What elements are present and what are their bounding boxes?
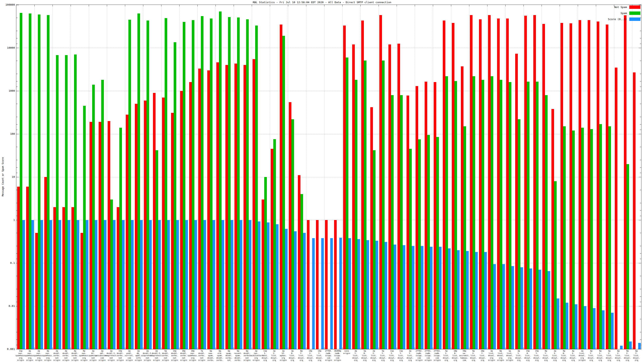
bar-spam bbox=[56, 55, 58, 349]
bar-not-spam bbox=[633, 72, 636, 349]
bar-score-0-1- bbox=[403, 245, 405, 349]
bar-not-spam bbox=[615, 67, 618, 349]
axis-minor-tick bbox=[640, 31, 641, 31]
bar-spam bbox=[472, 76, 475, 349]
bar-not-spam bbox=[361, 20, 364, 349]
y-tick-label: 10000 bbox=[0, 46, 15, 49]
bar-spam bbox=[355, 80, 358, 349]
axis-tick bbox=[16, 5, 19, 5]
bar-spam bbox=[110, 200, 113, 349]
bar-score-0-1- bbox=[421, 246, 424, 349]
bar-not-spam bbox=[298, 175, 300, 349]
bar-spam bbox=[128, 20, 131, 349]
bar-score-0-1- bbox=[140, 220, 143, 349]
bar-not-spam bbox=[524, 16, 527, 349]
bar-score-0-1- bbox=[68, 220, 70, 349]
bar-score-0-1- bbox=[122, 220, 124, 349]
gridline-vertical bbox=[52, 5, 53, 349]
gridline-vertical bbox=[578, 5, 578, 349]
gridline-vertical bbox=[560, 5, 560, 349]
bar-score-0-1- bbox=[575, 304, 578, 349]
axis-minor-tick bbox=[16, 117, 18, 117]
bar-not-spam bbox=[334, 220, 337, 349]
bar-spam bbox=[92, 85, 95, 349]
bar-spam bbox=[164, 18, 167, 349]
gridline-vertical bbox=[451, 5, 451, 349]
axis-tick bbox=[107, 5, 107, 6]
axis-minor-tick bbox=[16, 87, 18, 87]
bar-score-0-1- bbox=[376, 241, 378, 349]
bar-spam bbox=[156, 150, 158, 349]
axis-minor-tick bbox=[16, 38, 18, 38]
bar-spam bbox=[509, 82, 512, 349]
axis-minor-tick bbox=[640, 130, 641, 130]
axis-minor-tick bbox=[640, 38, 641, 38]
bar-spam bbox=[183, 22, 185, 349]
bar-spam bbox=[83, 106, 86, 349]
bar-not-spam bbox=[370, 107, 373, 349]
bar-spam bbox=[464, 126, 466, 349]
bar-not-spam bbox=[180, 91, 183, 349]
legend-row: Not Spam bbox=[608, 4, 640, 10]
gridline-vertical bbox=[125, 5, 125, 349]
bar-score-0-1- bbox=[240, 220, 242, 349]
axis-tick bbox=[560, 348, 560, 349]
axis-minor-tick bbox=[640, 117, 641, 117]
bar-score-0-1- bbox=[548, 271, 550, 349]
axis-tick bbox=[288, 5, 288, 6]
bar-not-spam bbox=[252, 59, 255, 349]
axis-tick bbox=[198, 5, 198, 6]
bar-spam bbox=[101, 80, 104, 349]
bar-score-0-1- bbox=[222, 220, 224, 349]
axis-minor-tick bbox=[640, 210, 641, 211]
bar-not-spam bbox=[244, 65, 246, 349]
bar-spam bbox=[74, 54, 77, 349]
axis-tick bbox=[614, 348, 614, 349]
bar-score-0-1- bbox=[512, 266, 514, 349]
bar-spam bbox=[246, 19, 249, 349]
bar-spam bbox=[500, 80, 502, 349]
bar-score-0-1- bbox=[629, 342, 632, 349]
axis-tick bbox=[560, 5, 560, 6]
bar-score-0-1- bbox=[620, 346, 623, 349]
bar-not-spam bbox=[578, 20, 581, 349]
bar-spam bbox=[20, 13, 22, 349]
bar-not-spam bbox=[425, 82, 427, 349]
bar-not-spam bbox=[135, 104, 138, 349]
bar-score-0-1- bbox=[348, 238, 351, 349]
gridline-vertical bbox=[89, 5, 89, 349]
legend-row: Spam bbox=[608, 10, 640, 16]
axis-tick bbox=[487, 348, 488, 349]
bar-score-0-1- bbox=[86, 220, 88, 349]
axis-minor-tick bbox=[640, 216, 641, 216]
bar-spam bbox=[273, 139, 276, 349]
bar-not-spam bbox=[624, 15, 626, 349]
axis-tick bbox=[451, 348, 451, 349]
bar-not-spam bbox=[144, 100, 146, 349]
bar-spam bbox=[536, 82, 538, 349]
bar-score-0-1- bbox=[249, 220, 251, 349]
axis-minor-tick bbox=[640, 302, 641, 302]
axis-minor-tick bbox=[16, 18, 18, 18]
bar-score-0-1- bbox=[212, 220, 215, 349]
axis-tick bbox=[252, 5, 252, 6]
gridline-vertical bbox=[252, 5, 252, 349]
bar-spam bbox=[174, 42, 176, 349]
bar-score-0-1- bbox=[448, 248, 450, 349]
bar-not-spam bbox=[388, 44, 391, 349]
bar-not-spam bbox=[153, 93, 156, 349]
bar-spam bbox=[391, 95, 394, 349]
bar-spam bbox=[29, 13, 32, 349]
bar-spam bbox=[409, 149, 412, 349]
axis-tick bbox=[89, 348, 89, 349]
bar-not-spam bbox=[542, 24, 545, 349]
bar-score-0-1- bbox=[557, 299, 559, 349]
bar-not-spam bbox=[416, 86, 418, 349]
bar-not-spam bbox=[62, 207, 65, 349]
bar-not-spam bbox=[325, 220, 328, 349]
bar-score-0-1- bbox=[502, 264, 505, 349]
bar-score-0-1- bbox=[384, 242, 387, 349]
axis-tick bbox=[415, 348, 415, 349]
bar-score-0-1- bbox=[493, 264, 496, 349]
bar-not-spam bbox=[90, 122, 92, 349]
